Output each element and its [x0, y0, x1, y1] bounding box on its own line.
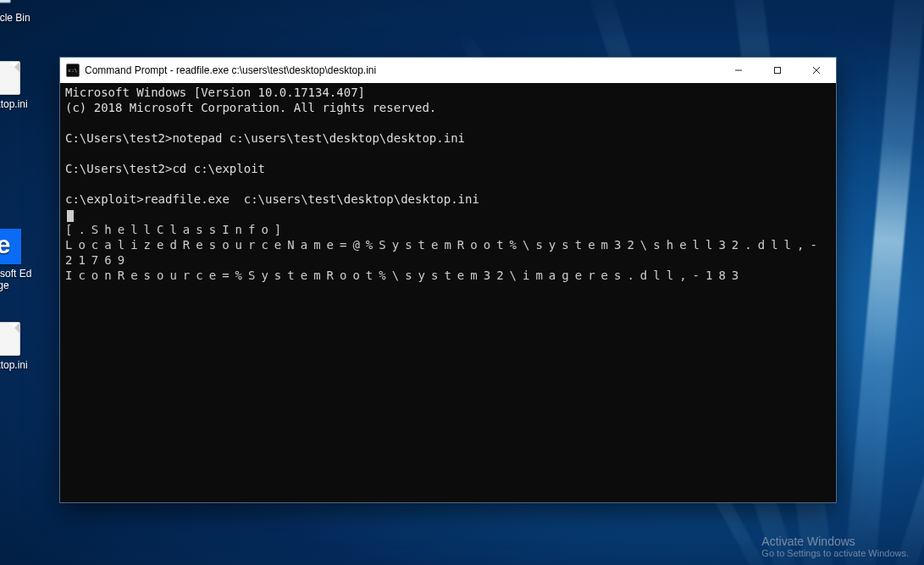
desktop-icon-label: Microsoft Edge [0, 268, 34, 291]
prompt: C:\Users\test2> [65, 131, 172, 145]
prompt: C:\Users\test2> [65, 162, 172, 175]
desktop-icon-edge[interactable]: Microsoft Edge [0, 229, 34, 291]
desktop-icon-label: Recycle Bin [0, 12, 34, 24]
cmd-icon [66, 64, 80, 77]
desktop-icon-desktop-ini-2[interactable]: desktop.ini [0, 322, 34, 371]
maximize-icon [773, 66, 782, 75]
edge-icon [0, 229, 21, 264]
maximize-button[interactable] [758, 58, 797, 83]
prompt: c:\exploit> [65, 192, 144, 206]
output-line: IconResource=%SystemRoot%\system32\image… [65, 269, 744, 282]
command: readfile.exe c:\users\test\desktop\deskt… [144, 192, 479, 206]
command: notepad c:\users\test\desktop\desktop.in… [172, 131, 465, 145]
desktop-icon-label: desktop.ini [0, 359, 34, 371]
window-title: Command Prompt - readfile.exe c:\users\t… [85, 64, 376, 76]
terminal-output[interactable]: Microsoft Windows [Version 10.0.17134.40… [60, 83, 836, 502]
command: cd c:\exploit [172, 162, 265, 175]
output-line: [.ShellClassInfo] [65, 223, 287, 236]
minimize-button[interactable] [719, 58, 758, 83]
file-icon [0, 322, 20, 356]
command-prompt-window[interactable]: Command Prompt - readfile.exe c:\users\t… [59, 57, 837, 503]
watermark-line-2: Go to Settings to activate Windows. [761, 548, 909, 558]
activate-windows-watermark: Activate Windows Go to Settings to activ… [761, 535, 909, 558]
desktop-icon-label: desktop.ini [0, 98, 34, 110]
recycle-bin-icon [0, 0, 21, 8]
watermark-line-1: Activate Windows [761, 535, 909, 548]
desktop-icon-desktop-ini-1[interactable]: desktop.ini [0, 61, 34, 110]
close-button[interactable] [797, 58, 836, 83]
file-icon [0, 61, 20, 95]
svg-rect-2 [775, 68, 781, 74]
close-icon [812, 66, 821, 75]
banner-line: (c) 2018 Microsoft Corporation. All righ… [65, 101, 436, 114]
banner-line: Microsoft Windows [Version 10.0.17134.40… [65, 86, 365, 99]
minimize-icon [734, 66, 743, 75]
titlebar[interactable]: Command Prompt - readfile.exe c:\users\t… [60, 58, 836, 83]
output-line: LocalizedResourceName=@%SystemRoot%\syst… [65, 238, 823, 267]
desktop-icon-recycle-bin[interactable]: Recycle Bin [0, 0, 34, 24]
cursor [67, 210, 74, 222]
